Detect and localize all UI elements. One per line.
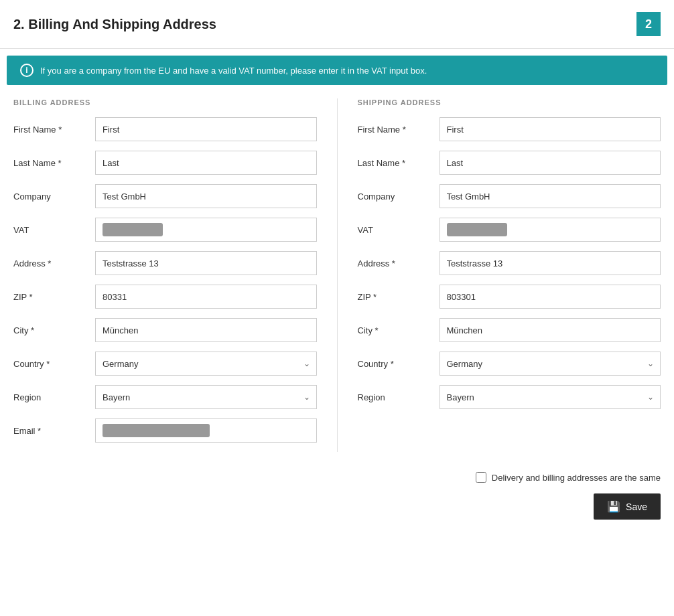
billing-zip-row: ZIP *	[13, 285, 317, 309]
shipping-region-row: Region Bayern Baden-Württemberg Berlin ⌄	[358, 385, 661, 409]
same-address-label: Delivery and billing addresses are the s…	[492, 473, 661, 483]
billing-vat-row: VAT	[13, 218, 317, 242]
billing-address-input[interactable]	[95, 251, 317, 275]
billing-vat-placeholder-block	[103, 223, 163, 236]
shipping-vat-row: VAT	[358, 218, 661, 242]
billing-address-row: Address *	[13, 251, 317, 275]
billing-city-row: City *	[13, 318, 317, 342]
shipping-first-name-label: First Name *	[358, 125, 431, 135]
billing-email-input[interactable]	[95, 418, 317, 443]
billing-vat-input[interactable]	[95, 218, 317, 242]
billing-email-placeholder-block	[103, 424, 210, 437]
billing-country-row: Country * Germany Austria France ⌄	[13, 352, 317, 376]
shipping-address-row: Address *	[358, 251, 661, 275]
same-address-row: Delivery and billing addresses are the s…	[476, 472, 661, 483]
billing-address-label: Address *	[13, 258, 87, 268]
billing-first-name-row: First Name *	[13, 117, 317, 141]
same-address-checkbox[interactable]	[476, 472, 486, 483]
billing-company-row: Company	[13, 184, 317, 208]
billing-city-label: City *	[13, 325, 87, 335]
page-header: 2. Billing And Shipping Address 2	[0, 0, 674, 49]
billing-country-select-wrapper: Germany Austria France ⌄	[95, 352, 317, 376]
info-text: If you are a company from the EU and hav…	[40, 66, 427, 76]
shipping-company-row: Company	[358, 184, 661, 208]
shipping-section-title: SHIPPING ADDRESS	[358, 98, 661, 106]
billing-zip-input[interactable]	[95, 285, 317, 309]
shipping-last-name-input[interactable]	[440, 151, 661, 175]
billing-region-row: Region Bayern Baden-Württemberg Berlin ⌄	[13, 385, 317, 409]
shipping-country-select-wrapper: Germany Austria France ⌄	[440, 352, 661, 376]
info-icon: i	[20, 64, 33, 77]
billing-vat-label: VAT	[13, 225, 87, 235]
info-banner: i If you are a company from the EU and h…	[7, 56, 667, 85]
billing-last-name-input[interactable]	[95, 151, 317, 175]
billing-region-select[interactable]: Bayern Baden-Württemberg Berlin	[95, 385, 317, 409]
shipping-first-name-row: First Name *	[358, 117, 661, 141]
shipping-city-label: City *	[358, 325, 431, 335]
shipping-country-select[interactable]: Germany Austria France	[440, 352, 661, 376]
step-badge: 2	[636, 12, 661, 36]
shipping-region-label: Region	[358, 392, 431, 402]
billing-last-name-row: Last Name *	[13, 151, 317, 175]
billing-region-label: Region	[13, 392, 87, 402]
billing-company-input[interactable]	[95, 184, 317, 208]
billing-first-name-label: First Name *	[13, 125, 87, 135]
shipping-first-name-input[interactable]	[440, 117, 661, 141]
billing-country-select[interactable]: Germany Austria France	[95, 352, 317, 376]
billing-email-label: Email *	[13, 426, 87, 436]
shipping-last-name-row: Last Name *	[358, 151, 661, 175]
shipping-vat-placeholder-block	[447, 223, 507, 236]
shipping-city-row: City *	[358, 318, 661, 342]
save-button-label: Save	[626, 502, 647, 512]
shipping-country-label: Country *	[358, 359, 431, 369]
billing-last-name-label: Last Name *	[13, 158, 87, 168]
shipping-vat-label: VAT	[358, 225, 431, 235]
billing-email-row: Email *	[13, 418, 317, 443]
billing-region-select-wrapper: Bayern Baden-Württemberg Berlin ⌄	[95, 385, 317, 409]
shipping-section: SHIPPING ADDRESS First Name * Last Name …	[358, 98, 661, 452]
shipping-zip-row: ZIP *	[358, 285, 661, 309]
section-divider	[337, 98, 338, 452]
shipping-last-name-label: Last Name *	[358, 158, 431, 168]
shipping-city-input[interactable]	[440, 318, 661, 342]
shipping-company-label: Company	[358, 191, 431, 202]
form-container: BILLING ADDRESS First Name * Last Name *…	[0, 92, 674, 459]
billing-country-label: Country *	[13, 359, 87, 369]
billing-company-label: Company	[13, 191, 87, 202]
shipping-vat-input[interactable]	[440, 218, 661, 242]
page-title: 2. Billing And Shipping Address	[13, 17, 216, 32]
shipping-zip-input[interactable]	[440, 285, 661, 309]
shipping-address-input[interactable]	[440, 251, 661, 275]
billing-city-input[interactable]	[95, 318, 317, 342]
billing-first-name-input[interactable]	[95, 117, 317, 141]
billing-zip-label: ZIP *	[13, 292, 87, 302]
billing-section-title: BILLING ADDRESS	[13, 98, 317, 106]
footer-area: Delivery and billing addresses are the s…	[0, 459, 674, 533]
shipping-region-select[interactable]: Bayern Baden-Württemberg Berlin	[440, 385, 661, 409]
billing-section: BILLING ADDRESS First Name * Last Name *…	[13, 98, 317, 452]
shipping-address-label: Address *	[358, 258, 431, 268]
save-button[interactable]: 💾 Save	[594, 493, 661, 520]
shipping-country-row: Country * Germany Austria France ⌄	[358, 352, 661, 376]
save-icon: 💾	[607, 500, 620, 513]
shipping-company-input[interactable]	[440, 184, 661, 208]
shipping-region-select-wrapper: Bayern Baden-Württemberg Berlin ⌄	[440, 385, 661, 409]
shipping-zip-label: ZIP *	[358, 292, 431, 302]
